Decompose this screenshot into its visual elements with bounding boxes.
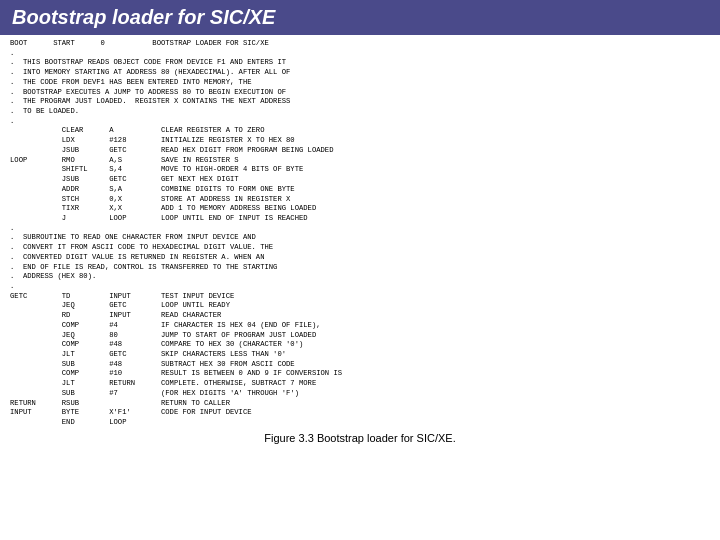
content-area: BOOT START 0 BOOTSTRAP LOADER FOR SIC/XE… [0,35,720,540]
code-block: BOOT START 0 BOOTSTRAP LOADER FOR SIC/XE… [10,39,710,428]
title-bar: Bootstrap loader for SIC/XE [0,0,720,35]
page-container: Bootstrap loader for SIC/XE BOOT START 0… [0,0,720,540]
page-title: Bootstrap loader for SIC/XE [12,6,275,28]
figure-caption: Figure 3.3 Bootstrap loader for SIC/XE. [10,432,710,444]
